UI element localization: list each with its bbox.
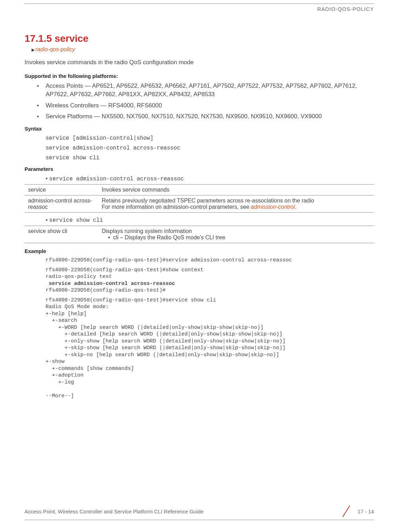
syntax-line: service show cli [46,155,374,161]
param-bullet: service show cli [46,217,374,224]
param-desc: Displays running system information • cl… [98,226,374,243]
header-title: RADIO-QOS-POLICY [25,6,374,12]
supported-item: Service Platforms — NX5500, NX7500, NX75… [35,112,374,121]
admission-control-link[interactable]: admission-control [251,204,295,210]
svg-line-0 [343,506,350,517]
param-table: service show cli Displays running system… [25,226,374,243]
example-heading: Example [25,248,374,254]
breadcrumb-arrow-icon: ▶ [32,47,35,52]
breadcrumb-link[interactable]: radio-qos-policy [35,46,75,52]
example-block: rfs4000-229D58(config-radio-qos-test)#se… [46,257,374,264]
supported-heading: Supported in the following platforms: [25,73,374,79]
syntax-heading: Syntax [25,126,374,132]
table-row: service Invokes service commands [25,185,374,195]
param-table: service Invokes service commands admissi… [25,184,374,213]
syntax-line: service [admission-control|show] [46,135,374,141]
footer-slash-icon [341,504,351,518]
param-label: service show cli [25,226,98,243]
table-row: service show cli Displays running system… [25,226,374,243]
table-row: admission-control across-reassoc Retains… [25,195,374,213]
example-block: rfs4000-229D58(config-radio-qos-test)#sh… [46,267,374,294]
supported-item: Access Points — AP6521, AP6522, AP6532, … [35,82,374,99]
parameters-heading: Parameters [25,166,374,172]
supported-list: Access Points — AP6521, AP6522, AP6532, … [35,82,374,121]
param-desc: Invokes service commands [98,185,374,195]
example-block: rfs4000-229D58(config-radio-qos-test)#se… [46,297,374,400]
page-footer: Access Point, Wireless Controller and Se… [25,504,374,520]
footer-guide-title: Access Point, Wireless Controller and Se… [25,508,203,514]
param-label: admission-control across-reassoc [25,195,98,213]
footer-page-number: 17 - 14 [357,508,374,514]
section-description: Invokes service commands in the radio Qo… [25,59,374,66]
param-desc: Retains previously negotiated TSPEC para… [98,195,374,213]
section-heading: 17.1.5 service [25,33,374,44]
param-bullet: service admission-control across-reassoc [46,175,374,182]
supported-item: Wireless Controllers — RFS4000, RFS6000 [35,101,374,110]
param-label: service [25,185,98,195]
syntax-line: service admission-control across-reassoc [46,145,374,151]
breadcrumb[interactable]: ▶radio-qos-policy [32,46,374,53]
